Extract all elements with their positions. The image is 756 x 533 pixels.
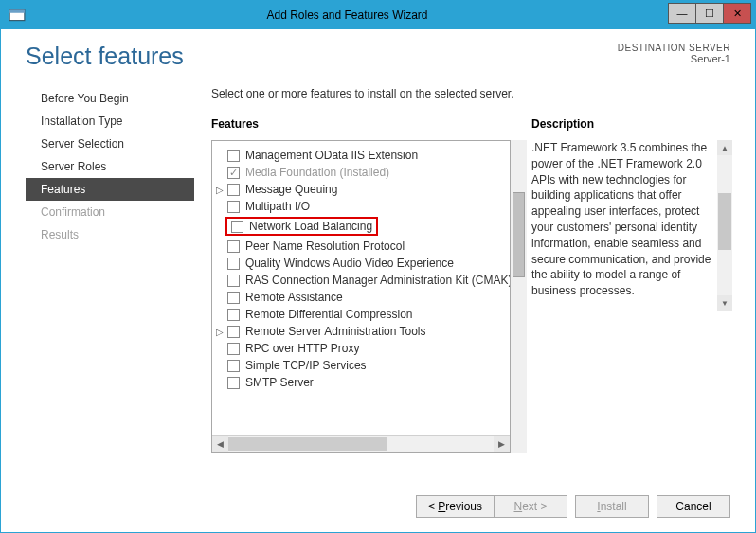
feature-item[interactable]: ▷Remote Server Administration Tools [214, 323, 508, 340]
feature-item[interactable]: SMTP Server [214, 374, 508, 391]
nav-item-installation-type[interactable]: Installation Type [26, 110, 194, 133]
features-tree[interactable]: Management OData IIS ExtensionMedia Foun… [211, 140, 511, 453]
install-button[interactable]: Install [575, 495, 649, 518]
app-icon [9, 7, 26, 24]
feature-label: Management OData IIS Extension [245, 149, 418, 162]
nav-item-features[interactable]: Features [26, 178, 194, 201]
description-text: .NET Framework 3.5 combines the power of… [531, 140, 730, 299]
feature-label: Quality Windows Audio Video Experience [245, 257, 454, 270]
destination-info: DESTINATION SERVER Server-1 [618, 43, 730, 64]
titlebar: Add Roles and Features Wizard — ☐ ✕ [1, 1, 755, 29]
hscroll-thumb[interactable] [228, 437, 387, 451]
feature-checkbox[interactable] [227, 309, 240, 321]
description-scrollbar[interactable]: ▲ ▼ [717, 140, 732, 311]
instruction-text: Select one or more features to install o… [211, 87, 730, 100]
vertical-scrollbar[interactable] [511, 140, 527, 453]
feature-checkbox[interactable] [227, 258, 240, 270]
horizontal-scrollbar[interactable]: ◀ ▶ [212, 435, 510, 452]
description-header: Description [531, 117, 730, 131]
feature-label: RAS Connection Manager Administration Ki… [245, 274, 511, 287]
wizard-nav: Before You BeginInstallation TypeServer … [26, 87, 194, 453]
feature-item[interactable]: Simple TCP/IP Services [214, 357, 508, 374]
feature-checkbox[interactable] [227, 150, 240, 162]
cancel-button[interactable]: Cancel [657, 495, 730, 518]
feature-item[interactable]: ▷Message Queuing [214, 181, 508, 198]
desc-scroll-down[interactable]: ▼ [717, 295, 732, 311]
destination-server: Server-1 [618, 53, 730, 64]
feature-checkbox[interactable] [227, 240, 240, 253]
feature-item[interactable]: RAS Connection Manager Administration Ki… [214, 272, 508, 289]
feature-item[interactable]: Remote Assistance [214, 289, 508, 306]
feature-checkbox[interactable] [227, 377, 240, 389]
feature-label: SMTP Server [245, 376, 314, 389]
feature-label: Remote Assistance [245, 291, 343, 304]
feature-label: Network Load Balancing [249, 220, 372, 233]
window-title: Add Roles and Features Wizard [26, 9, 669, 22]
feature-item[interactable]: Remote Differential Compression [214, 306, 508, 323]
nav-item-results: Results [26, 223, 194, 246]
maximize-button[interactable]: ☐ [695, 3, 724, 24]
feature-checkbox[interactable] [227, 360, 240, 372]
feature-label: Peer Name Resolution Protocol [245, 240, 405, 253]
page-title: Select features [26, 43, 184, 70]
scroll-left-button[interactable]: ◀ [212, 436, 228, 452]
feature-checkbox[interactable] [227, 343, 240, 355]
feature-item[interactable]: Multipath I/O [214, 198, 508, 215]
nav-item-before-you-begin[interactable]: Before You Begin [26, 87, 194, 110]
wizard-window: Add Roles and Features Wizard — ☐ ✕ Sele… [0, 0, 756, 533]
feature-label: Remote Differential Compression [245, 308, 413, 321]
minimize-button[interactable]: — [668, 3, 696, 24]
feature-checkbox[interactable] [227, 292, 240, 304]
destination-label: DESTINATION SERVER [618, 43, 730, 53]
scroll-right-button[interactable]: ▶ [494, 436, 510, 452]
feature-checkbox[interactable] [227, 167, 240, 179]
expand-icon[interactable]: ▷ [216, 185, 227, 195]
desc-scroll-thumb[interactable] [718, 193, 731, 250]
expand-icon[interactable]: ▷ [216, 327, 227, 337]
previous-button[interactable]: < Previous [416, 495, 494, 518]
feature-label: Multipath I/O [245, 200, 310, 213]
feature-checkbox[interactable] [227, 326, 240, 338]
feature-checkbox[interactable] [227, 275, 240, 287]
nav-item-server-roles[interactable]: Server Roles [26, 155, 194, 178]
feature-label: Remote Server Administration Tools [245, 325, 426, 338]
feature-item[interactable]: Media Foundation (Installed) [214, 164, 508, 181]
desc-scroll-up[interactable]: ▲ [717, 140, 732, 155]
feature-item[interactable]: Quality Windows Audio Video Experience [214, 255, 508, 272]
feature-label: Message Queuing [245, 183, 337, 196]
feature-item[interactable]: Network Load Balancing [214, 215, 508, 238]
feature-item[interactable]: Peer Name Resolution Protocol [214, 238, 508, 255]
features-header: Features [211, 117, 511, 131]
nav-item-confirmation: Confirmation [26, 201, 194, 223]
feature-checkbox[interactable] [227, 201, 240, 213]
feature-item[interactable]: RPC over HTTP Proxy [214, 340, 508, 357]
svg-rect-1 [9, 9, 25, 12]
feature-checkbox[interactable] [227, 184, 240, 196]
feature-item[interactable]: Management OData IIS Extension [214, 147, 508, 164]
next-button[interactable]: Next > [494, 495, 567, 518]
feature-checkbox[interactable] [231, 221, 243, 233]
feature-label: Simple TCP/IP Services [245, 359, 367, 372]
feature-label: RPC over HTTP Proxy [245, 342, 359, 355]
vscroll-thumb[interactable] [513, 192, 525, 277]
close-button[interactable]: ✕ [723, 3, 751, 24]
nav-item-server-selection[interactable]: Server Selection [26, 133, 194, 155]
feature-label: Media Foundation (Installed) [245, 166, 389, 179]
